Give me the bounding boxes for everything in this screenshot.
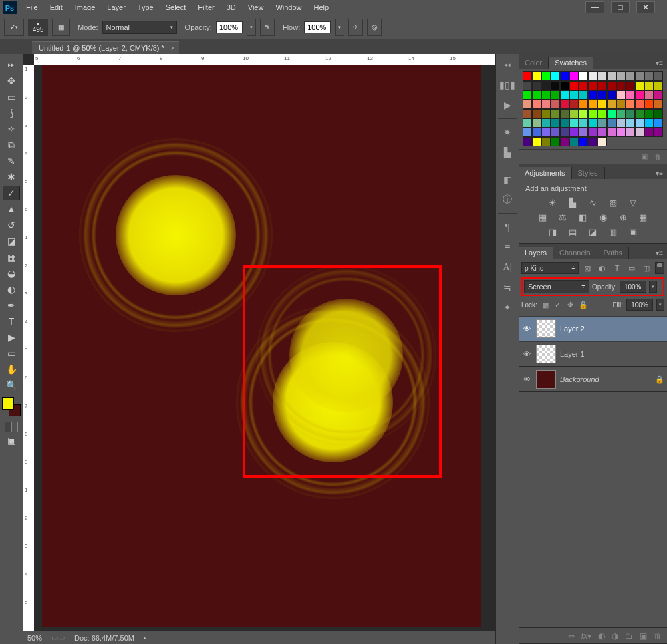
menu-file[interactable]: File bbox=[20, 1, 44, 13]
hand-tool[interactable]: ✋ bbox=[3, 362, 20, 377]
window-maximize-button[interactable]: □ bbox=[611, 1, 630, 13]
filter-type-icon[interactable]: T bbox=[611, 262, 623, 274]
swatch[interactable] bbox=[560, 118, 569, 128]
swatch[interactable] bbox=[588, 109, 597, 118]
swatch[interactable] bbox=[560, 100, 569, 109]
swatch[interactable] bbox=[635, 100, 644, 109]
type-tool[interactable]: T bbox=[3, 314, 20, 329]
flow-dropdown[interactable]: ▾ bbox=[335, 19, 344, 36]
swatch[interactable] bbox=[588, 71, 597, 81]
menu-image[interactable]: Image bbox=[69, 1, 102, 13]
swatch[interactable] bbox=[597, 81, 607, 90]
menu-help[interactable]: Help bbox=[308, 1, 336, 13]
swatch[interactable] bbox=[644, 109, 654, 118]
layer-name-label[interactable]: Background bbox=[560, 375, 599, 383]
swatch[interactable] bbox=[541, 137, 551, 146]
swatch[interactable] bbox=[644, 71, 654, 81]
new-fill-adjust-icon[interactable]: ◑ bbox=[612, 631, 618, 641]
lookup-icon[interactable]: ▦ bbox=[636, 211, 650, 223]
swatch[interactable] bbox=[569, 81, 579, 90]
swatch[interactable] bbox=[569, 137, 579, 146]
swatch[interactable] bbox=[579, 100, 588, 109]
swatch[interactable] bbox=[588, 118, 597, 128]
swatch[interactable] bbox=[551, 128, 560, 137]
zoom-tool[interactable]: 🔍 bbox=[3, 378, 20, 393]
brightness-icon[interactable]: ☀ bbox=[546, 196, 559, 208]
swatch[interactable] bbox=[626, 109, 635, 118]
menu-window[interactable]: Window bbox=[269, 1, 307, 13]
swatch[interactable] bbox=[644, 128, 654, 137]
filter-pixel-icon[interactable]: ▧ bbox=[581, 262, 593, 274]
brush-tool[interactable]: ✓ bbox=[3, 186, 20, 200]
swatch[interactable] bbox=[635, 90, 644, 100]
canvas-viewport[interactable] bbox=[34, 65, 495, 631]
swatches-menu-icon[interactable]: ▾≡ bbox=[652, 57, 667, 69]
swatch[interactable] bbox=[635, 71, 644, 81]
document-tab[interactable]: Untitled-1 @ 50% (Layer 2, CMYK/8) * × bbox=[32, 41, 179, 54]
tablet-pressure-icon[interactable]: ◎ bbox=[367, 19, 382, 36]
history-brush-tool[interactable]: ↺ bbox=[3, 218, 20, 232]
selective-color-icon[interactable]: ▣ bbox=[626, 226, 640, 238]
blend-mode-select[interactable]: Normal▾ bbox=[102, 21, 177, 34]
swatch[interactable] bbox=[523, 90, 532, 100]
swatch[interactable] bbox=[626, 100, 635, 109]
opacity-field[interactable]: 100% bbox=[216, 21, 243, 33]
swatch[interactable] bbox=[569, 128, 579, 137]
tab-channels[interactable]: Channels bbox=[553, 247, 597, 259]
swatch[interactable] bbox=[532, 90, 541, 100]
swatch[interactable] bbox=[616, 118, 626, 128]
swatch[interactable] bbox=[551, 90, 560, 100]
swatch[interactable] bbox=[523, 118, 532, 128]
path-selection-tool[interactable]: ▶ bbox=[3, 330, 20, 345]
tab-adjustments[interactable]: Adjustments bbox=[519, 167, 572, 179]
swatch[interactable] bbox=[560, 81, 569, 90]
color-balance-icon[interactable]: ⚖ bbox=[556, 211, 569, 223]
layer-blend-mode-select[interactable]: Screen≑ bbox=[524, 280, 589, 293]
swatch[interactable] bbox=[626, 118, 635, 128]
swatch[interactable] bbox=[616, 90, 626, 100]
opacity-dropdown[interactable]: ▾ bbox=[247, 19, 256, 36]
layers-menu-icon[interactable]: ▾≡ bbox=[652, 247, 667, 259]
layer-thumbnail[interactable] bbox=[536, 370, 556, 389]
swatch[interactable] bbox=[532, 109, 541, 118]
swatch[interactable] bbox=[597, 137, 607, 146]
swatch[interactable] bbox=[579, 128, 588, 137]
swatch[interactable] bbox=[541, 109, 551, 118]
window-close-button[interactable]: ✕ bbox=[636, 1, 655, 13]
swatch[interactable] bbox=[569, 100, 579, 109]
swatch[interactable] bbox=[579, 109, 588, 118]
shape-tool[interactable]: ▭ bbox=[3, 346, 20, 361]
swatch[interactable] bbox=[644, 90, 654, 100]
swatch[interactable] bbox=[569, 109, 579, 118]
swatch[interactable] bbox=[588, 81, 597, 90]
swatch[interactable] bbox=[532, 81, 541, 90]
filter-adjust-icon[interactable]: ◐ bbox=[596, 262, 608, 274]
swatch[interactable] bbox=[597, 118, 607, 128]
swatch[interactable] bbox=[523, 137, 532, 146]
layer-name-label[interactable]: Layer 2 bbox=[560, 325, 585, 333]
swatch[interactable] bbox=[541, 100, 551, 109]
move-tool[interactable]: ✥ bbox=[3, 73, 20, 88]
swatch[interactable] bbox=[654, 109, 663, 118]
navigator-panel-icon[interactable]: ▶ bbox=[499, 98, 515, 112]
magic-wand-tool[interactable]: ✧ bbox=[3, 122, 20, 136]
swatch[interactable] bbox=[588, 100, 597, 109]
layer-item[interactable]: 👁Layer 2 bbox=[519, 316, 667, 341]
swatch[interactable] bbox=[654, 81, 663, 90]
swatch[interactable] bbox=[579, 90, 588, 100]
lock-position-icon[interactable]: ✥ bbox=[566, 300, 575, 309]
swatch[interactable] bbox=[551, 137, 560, 146]
swatch[interactable] bbox=[607, 128, 616, 137]
layer-opacity-dropdown[interactable]: ▾ bbox=[649, 281, 657, 293]
swatch[interactable] bbox=[541, 128, 551, 137]
layer-thumbnail[interactable] bbox=[536, 345, 556, 363]
swatch[interactable] bbox=[560, 71, 569, 81]
expand-panels-icon[interactable]: ◂◂ bbox=[499, 58, 515, 71]
swatch[interactable] bbox=[579, 81, 588, 90]
adjustments-menu-icon[interactable]: ▾≡ bbox=[652, 168, 667, 179]
color-chips[interactable] bbox=[2, 397, 21, 416]
tab-layers[interactable]: Layers bbox=[519, 247, 553, 259]
close-tab-icon[interactable]: × bbox=[170, 44, 174, 52]
visibility-eye-icon[interactable]: 👁 bbox=[521, 349, 532, 359]
filter-toggle[interactable] bbox=[655, 262, 664, 274]
